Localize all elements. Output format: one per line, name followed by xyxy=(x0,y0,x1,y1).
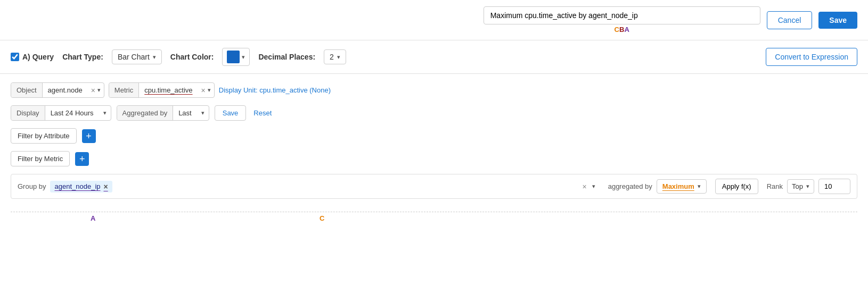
label-b-annotation: B xyxy=(619,26,624,34)
object-metric-row: Object agent.node Metric cpu.time_active… xyxy=(11,82,857,98)
display-chevron[interactable] xyxy=(99,106,111,120)
filter-attribute-box: Filter by Attribute xyxy=(11,128,77,144)
object-controls xyxy=(88,87,104,94)
metric-value: cpu.time_active xyxy=(139,83,198,97)
bottom-dashed-line: A C xyxy=(11,212,857,212)
query-checkbox-label[interactable]: A) Query xyxy=(11,53,54,61)
object-label: Object xyxy=(11,83,43,97)
group-by-label: Group by xyxy=(18,182,46,190)
content-area: Object agent.node Metric cpu.time_active… xyxy=(0,74,868,207)
chart-type-select[interactable]: Bar Chart xyxy=(112,49,162,64)
object-box: Object agent.node xyxy=(11,82,104,98)
metric-clear-button[interactable] xyxy=(201,87,206,94)
object-dropdown-button[interactable] xyxy=(97,87,101,94)
query-label: A) Query xyxy=(22,53,54,61)
top-chevron[interactable] xyxy=(806,183,809,190)
label-c-annotation: C xyxy=(615,26,619,34)
filter-metric-label: Filter by Metric xyxy=(18,155,63,163)
convert-expression-button[interactable]: Convert to Expression xyxy=(766,48,857,66)
apply-fx-button[interactable]: Apply f(x) xyxy=(715,179,758,194)
agg-by-select[interactable]: Maximum xyxy=(657,179,707,194)
bottom-label-a: A xyxy=(91,214,95,222)
cancel-button[interactable]: Cancel xyxy=(767,11,813,29)
display-unit-link[interactable]: Display Unit: cpu.time_active (None) xyxy=(219,86,331,94)
title-annotations: C B A xyxy=(599,26,645,34)
display-agg-row: Display Last 24 Hours Aggregated by Last… xyxy=(11,105,857,121)
top-number-input[interactable] xyxy=(818,179,850,194)
agg-by-chevron[interactable] xyxy=(698,183,701,190)
display-value: Last 24 Hours xyxy=(45,106,99,120)
save-button[interactable]: Save xyxy=(818,12,857,29)
top-select[interactable]: Top xyxy=(787,179,814,194)
rank-label: Rank xyxy=(767,182,783,190)
display-box: Display Last 24 Hours xyxy=(11,105,111,121)
chart-type-value: Bar Chart xyxy=(118,53,150,61)
metric-label: Metric xyxy=(109,83,139,97)
group-by-tag: agent_node_ip xyxy=(50,181,112,192)
chart-color-picker[interactable] xyxy=(222,48,250,66)
agg-value: Last xyxy=(173,106,197,120)
filter-metric-box: Filter by Metric xyxy=(11,151,70,166)
display-save-button[interactable]: Save xyxy=(215,105,247,121)
group-by-row: Group by agent_node_ip aggregated by Max… xyxy=(11,174,857,199)
title-input-wrapper xyxy=(484,6,760,24)
group-by-tag-remove[interactable] xyxy=(104,182,108,191)
query-row: A) Query Chart Type: Bar Chart Chart Col… xyxy=(0,40,868,74)
filter-attribute-add-button[interactable]: + xyxy=(82,129,96,143)
object-value: agent.node xyxy=(43,83,88,97)
chart-title-input[interactable] xyxy=(484,6,760,24)
label-a-annotation: A xyxy=(624,26,629,34)
decimal-places-select[interactable]: 2 xyxy=(324,49,346,64)
decimal-value: 2 xyxy=(330,53,334,61)
color-swatch xyxy=(227,51,240,63)
filter-metric-row: Filter by Metric + xyxy=(11,151,857,166)
decimal-places-label: Decimal Places: xyxy=(258,53,315,61)
bottom-label-c: C xyxy=(320,214,324,222)
chart-type-label: Chart Type: xyxy=(62,53,103,61)
top-bar: C B A Cancel Save xyxy=(0,0,868,40)
color-chevron[interactable] xyxy=(242,54,245,61)
metric-box: Metric cpu.time_active xyxy=(109,82,215,98)
filter-attribute-row: Filter by Attribute + xyxy=(11,128,857,144)
group-by-clear-button[interactable] xyxy=(582,183,586,190)
decimal-chevron[interactable] xyxy=(337,54,340,61)
filter-metric-add-button[interactable]: + xyxy=(75,152,89,166)
display-label: Display xyxy=(11,106,45,120)
group-by-dropdown-button[interactable] xyxy=(592,183,595,190)
display-reset-button[interactable]: Reset xyxy=(251,106,274,120)
chart-type-chevron[interactable] xyxy=(153,54,156,61)
group-by-tag-value: agent_node_ip xyxy=(54,182,100,190)
agg-by-label: aggregated by xyxy=(608,182,652,190)
query-checkbox[interactable] xyxy=(11,53,19,61)
metric-dropdown-button[interactable] xyxy=(208,87,211,94)
filter-attribute-label: Filter by Attribute xyxy=(18,132,70,140)
chart-color-label: Chart Color: xyxy=(170,53,214,61)
metric-controls xyxy=(198,87,214,94)
top-value: Top xyxy=(792,182,803,190)
agg-box: Aggregated by Last xyxy=(117,105,209,121)
agg-label: Aggregated by xyxy=(117,106,174,120)
agg-by-value: Maximum xyxy=(662,182,694,190)
agg-chevron[interactable] xyxy=(197,106,209,120)
object-clear-button[interactable] xyxy=(91,87,95,94)
